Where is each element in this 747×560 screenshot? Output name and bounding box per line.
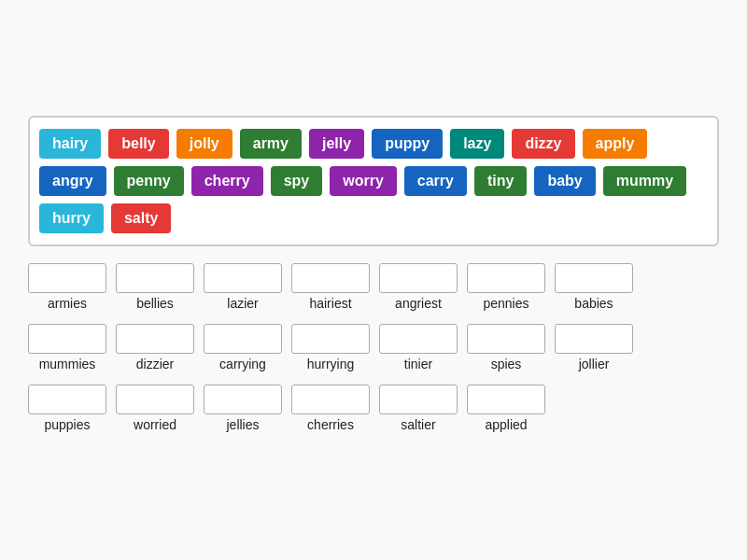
match-box-0-4[interactable] (379, 263, 458, 293)
match-row-1: mummiesdizziercarryinghurryingtinierspie… (28, 324, 719, 371)
match-label-2-5: applied (467, 417, 545, 432)
word-bank: hairybellyjollyarmyjellypuppylazydizzyap… (28, 116, 719, 246)
match-box-2-0[interactable] (28, 385, 106, 414)
word-chip-hairy[interactable]: hairy (39, 129, 101, 159)
match-slot-group-2-4: saltier (379, 385, 458, 432)
match-box-0-6[interactable] (555, 263, 633, 293)
match-label-1-5: spies (467, 357, 545, 371)
match-slot-group-1-3: hurrying (291, 324, 370, 371)
match-slot-group-2-1: worried (116, 385, 194, 432)
word-chip-carry[interactable]: carry (404, 166, 467, 196)
match-box-0-3[interactable] (291, 263, 370, 293)
match-label-1-3: hurrying (291, 357, 370, 371)
word-chip-worry[interactable]: worry (330, 166, 397, 196)
match-label-1-0: mummies (28, 357, 106, 371)
match-slot-group-1-2: carrying (204, 324, 282, 371)
match-box-1-2[interactable] (204, 324, 282, 354)
match-section-1: mummiesdizziercarryinghurryingtinierspie… (28, 324, 719, 371)
word-chip-tiny[interactable]: tiny (474, 166, 527, 196)
match-row-0: armiesbellieslazierhairiestangriestpenni… (28, 263, 719, 311)
match-slot-group-2-2: jellies (204, 385, 282, 432)
word-chip-baby[interactable]: baby (534, 166, 595, 196)
match-box-0-1[interactable] (116, 263, 194, 293)
match-box-2-3[interactable] (291, 385, 370, 414)
match-box-0-5[interactable] (467, 263, 545, 293)
word-chip-jelly[interactable]: jelly (309, 129, 364, 159)
match-label-0-1: bellies (116, 296, 194, 311)
word-chip-penny[interactable]: penny (114, 166, 184, 196)
match-label-2-0: puppies (28, 417, 106, 432)
match-label-1-1: dizzier (116, 357, 194, 371)
word-chip-angry[interactable]: angry (39, 166, 106, 196)
match-section-2: puppiesworriedjelliescherriessaltierappl… (28, 385, 719, 432)
match-box-1-6[interactable] (555, 324, 633, 354)
match-section-0: armiesbellieslazierhairiestangriestpenni… (28, 263, 719, 311)
match-box-2-4[interactable] (379, 385, 458, 414)
word-chip-jolly[interactable]: jolly (176, 129, 233, 159)
match-label-1-4: tinier (379, 357, 458, 371)
match-slot-group-0-2: lazier (204, 263, 282, 311)
match-slot-group-2-3: cherries (291, 385, 370, 432)
match-slot-group-0-6: babies (555, 263, 633, 311)
match-box-2-5[interactable] (467, 385, 545, 414)
match-slot-group-1-6: jollier (555, 324, 633, 371)
match-label-1-6: jollier (555, 357, 633, 371)
match-label-0-6: babies (555, 296, 633, 311)
match-label-0-2: lazier (204, 296, 282, 311)
word-chip-spy[interactable]: spy (271, 166, 323, 196)
match-slot-group-1-0: mummies (28, 324, 106, 371)
match-label-2-4: saltier (379, 417, 458, 432)
match-sections: armiesbellieslazierhairiestangriestpenni… (28, 263, 719, 432)
match-slot-group-1-5: spies (467, 324, 545, 371)
match-box-1-0[interactable] (28, 324, 106, 354)
match-row-2: puppiesworriedjelliescherriessaltierappl… (28, 385, 719, 432)
match-slot-group-2-0: puppies (28, 385, 106, 432)
word-chip-puppy[interactable]: puppy (372, 129, 443, 159)
word-chip-mummy[interactable]: mummy (603, 166, 686, 196)
match-slot-group-0-0: armies (28, 263, 106, 311)
word-chip-army[interactable]: army (240, 129, 302, 159)
word-chip-belly[interactable]: belly (108, 129, 168, 159)
match-label-0-4: angriest (379, 296, 458, 311)
match-box-1-3[interactable] (291, 324, 370, 354)
match-label-0-0: armies (28, 296, 106, 311)
match-label-2-2: jellies (204, 417, 282, 432)
match-slot-group-0-1: bellies (116, 263, 194, 311)
match-label-2-1: worried (116, 417, 194, 432)
match-slot-group-0-4: angriest (379, 263, 458, 311)
match-slot-group-2-5: applied (467, 385, 545, 432)
match-box-2-2[interactable] (204, 385, 282, 414)
match-slot-group-0-5: pennies (467, 263, 545, 311)
match-box-0-2[interactable] (204, 263, 282, 293)
match-slot-group-0-3: hairiest (291, 263, 370, 311)
word-chip-dizzy[interactable]: dizzy (512, 129, 574, 159)
match-box-1-5[interactable] (467, 324, 545, 354)
word-chip-apply[interactable]: apply (583, 129, 648, 159)
match-box-2-1[interactable] (116, 385, 194, 414)
match-box-0-0[interactable] (28, 263, 106, 293)
word-chip-hurry[interactable]: hurry (39, 203, 104, 233)
match-label-2-3: cherries (291, 417, 370, 432)
match-label-0-3: hairiest (291, 296, 370, 311)
word-chip-salty[interactable]: salty (111, 203, 171, 233)
match-slot-group-1-1: dizzier (116, 324, 194, 371)
match-box-1-4[interactable] (379, 324, 458, 354)
main-container: hairybellyjollyarmyjellypuppylazydizzyap… (19, 106, 728, 455)
word-chip-lazy[interactable]: lazy (450, 129, 504, 159)
match-label-1-2: carrying (204, 357, 282, 371)
match-box-1-1[interactable] (116, 324, 194, 354)
match-label-0-5: pennies (467, 296, 545, 311)
word-chip-cherry[interactable]: cherry (191, 166, 263, 196)
match-slot-group-1-4: tinier (379, 324, 458, 371)
